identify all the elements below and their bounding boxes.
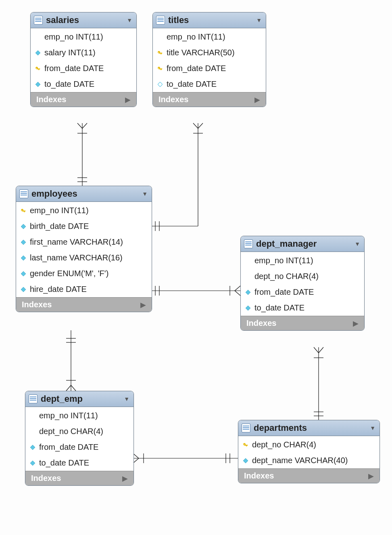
column-row[interactable]: emp_no INT(11) — [31, 29, 136, 45]
table-employees[interactable]: employees ▼ emp_no INT(11)birth_date DAT… — [16, 186, 152, 312]
column-row[interactable]: emp_no INT(11) — [25, 408, 133, 424]
collapse-icon[interactable]: ▼ — [256, 17, 262, 23]
column-row[interactable]: to_date DATE — [153, 76, 266, 92]
column-row[interactable]: birth_date DATE — [16, 218, 152, 234]
table-dept-manager[interactable]: dept_manager ▼ emp_no INT(11) dept_no CH… — [240, 236, 365, 331]
column-row[interactable]: to_date DATE — [31, 76, 136, 92]
svg-line-32 — [133, 453, 139, 458]
svg-marker-47 — [30, 445, 35, 450]
table-salaries[interactable]: salaries ▼ emp_no INT(11)salary INT(11)f… — [30, 12, 137, 107]
rel-titles-employees — [151, 123, 203, 231]
indexes-row[interactable]: Indexes ▶ — [238, 468, 379, 483]
not-null-column-icon — [29, 444, 36, 451]
column-text: to_date DATE — [167, 80, 217, 89]
column-row[interactable]: title VARCHAR(50) — [153, 45, 266, 61]
svg-line-27 — [319, 347, 323, 353]
column-row[interactable]: from_date DATE — [25, 439, 133, 455]
column-row[interactable]: to_date DATE — [25, 455, 133, 471]
column-row[interactable]: from_date DATE — [31, 61, 136, 76]
column-row[interactable]: gender ENUM('M', 'F') — [16, 266, 152, 281]
expand-icon: ▶ — [122, 474, 128, 483]
column-row[interactable]: emp_no INT(11) — [16, 203, 152, 218]
collapse-icon[interactable]: ▼ — [142, 191, 148, 197]
not-null-column-icon — [245, 305, 251, 311]
column-text: emp_no INT(11) — [254, 256, 313, 265]
table-icon — [244, 239, 253, 248]
table-header-dept-manager[interactable]: dept_manager ▼ — [241, 236, 364, 252]
expand-icon: ▶ — [125, 95, 131, 104]
not-null-column-icon — [20, 286, 27, 293]
column-row[interactable]: dept_no CHAR(4) — [238, 437, 379, 453]
collapse-icon[interactable]: ▼ — [124, 396, 129, 402]
table-icon — [242, 424, 250, 432]
table-departments[interactable]: departments ▼ dept_no CHAR(4)dept_name V… — [238, 420, 380, 483]
svg-marker-37 — [35, 50, 40, 55]
column-text: emp_no INT(11) — [30, 206, 89, 215]
svg-marker-46 — [246, 306, 250, 311]
not-null-column-icon — [29, 460, 36, 466]
rel-deptmanager-departments — [314, 347, 323, 420]
rel-deptemp-employees — [66, 330, 76, 391]
svg-line-2 — [82, 123, 87, 128]
column-row[interactable]: first_name VARCHAR(14) — [16, 234, 152, 250]
column-row[interactable]: dept_no CHAR(4) — [25, 424, 133, 439]
column-text: birth_date DATE — [30, 222, 89, 231]
rel-deptemp-departments — [133, 453, 238, 463]
column-text: salary INT(11) — [44, 48, 96, 57]
not-null-column-icon — [20, 255, 27, 261]
indexes-row[interactable]: Indexes ▶ — [241, 316, 364, 330]
svg-marker-45 — [246, 290, 250, 295]
table-title: titles — [168, 15, 253, 25]
collapse-icon[interactable]: ▼ — [354, 241, 360, 247]
column-row[interactable]: from_date DATE — [241, 284, 364, 300]
not-null-column-icon — [35, 50, 41, 56]
column-text: title VARCHAR(50) — [167, 48, 235, 57]
column-list: emp_no INT(11)title VARCHAR(50)from_date… — [153, 28, 266, 92]
table-header-dept-emp[interactable]: dept_emp ▼ — [25, 391, 133, 407]
column-text: dept_no CHAR(4) — [252, 440, 316, 449]
not-null-column-icon — [20, 223, 27, 230]
table-title: salaries — [46, 15, 123, 25]
column-row[interactable]: emp_no INT(11) — [241, 253, 364, 269]
table-header-employees[interactable]: employees ▼ — [16, 186, 152, 202]
column-row[interactable]: salary INT(11) — [31, 45, 136, 61]
indexes-row[interactable]: Indexes ▶ — [16, 297, 152, 312]
not-null-column-icon — [35, 81, 41, 88]
expand-icon: ▶ — [353, 319, 359, 328]
table-dept-emp[interactable]: dept_emp ▼ emp_no INT(11) dept_no CHAR(4… — [25, 391, 134, 486]
table-header-titles[interactable]: titles ▼ — [153, 13, 266, 28]
svg-marker-48 — [30, 461, 35, 466]
table-title: dept_manager — [256, 239, 351, 249]
table-titles[interactable]: titles ▼ emp_no INT(11)title VARCHAR(50)… — [152, 12, 266, 107]
column-row[interactable]: hire_date DATE — [16, 281, 152, 297]
column-text: emp_no INT(11) — [39, 411, 98, 420]
collapse-icon[interactable]: ▼ — [370, 425, 375, 431]
column-list: emp_no INT(11) dept_no CHAR(4)from_date … — [241, 252, 364, 316]
primary-key-icon — [20, 208, 27, 214]
not-null-column-icon — [242, 457, 249, 464]
expand-icon: ▶ — [254, 95, 260, 104]
svg-line-23 — [71, 385, 76, 391]
indexes-row[interactable]: Indexes ▶ — [153, 92, 266, 107]
indexes-row[interactable]: Indexes ▶ — [31, 92, 136, 107]
column-text: emp_no INT(11) — [167, 32, 225, 42]
column-row[interactable]: emp_no INT(11) — [153, 29, 266, 45]
column-text: gender ENUM('M', 'F') — [30, 269, 108, 278]
table-header-departments[interactable]: departments ▼ — [238, 420, 379, 436]
column-row[interactable]: to_date DATE — [241, 300, 364, 316]
expand-icon: ▶ — [140, 300, 146, 309]
table-icon — [19, 189, 28, 198]
not-null-column-icon — [20, 271, 27, 277]
table-header-salaries[interactable]: salaries ▼ — [31, 13, 136, 28]
svg-line-1 — [77, 123, 82, 128]
column-row[interactable]: from_date DATE — [153, 61, 266, 76]
column-row[interactable]: last_name VARCHAR(16) — [16, 250, 152, 266]
column-row[interactable]: dept_no CHAR(4) — [241, 269, 364, 284]
column-list: dept_no CHAR(4)dept_name VARCHAR(40) — [238, 436, 379, 468]
collapse-icon[interactable]: ▼ — [127, 17, 132, 23]
column-row[interactable]: dept_name VARCHAR(40) — [238, 453, 379, 468]
nullable-column-icon — [157, 81, 163, 88]
indexes-row[interactable]: Indexes ▶ — [25, 471, 133, 485]
rel-salaries-employees — [77, 123, 87, 186]
svg-line-26 — [314, 347, 319, 353]
